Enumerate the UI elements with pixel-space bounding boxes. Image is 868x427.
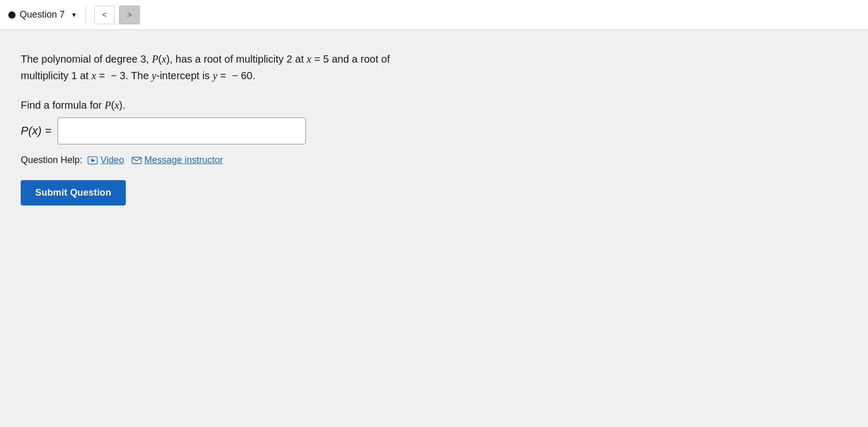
math-x: x [161,53,166,65]
help-row: Question Help: Video Message [21,155,440,166]
video-link[interactable]: Video [87,155,124,166]
video-icon [87,155,98,166]
question-label: Question 7 [20,9,65,20]
dropdown-arrow-icon: ▼ [71,11,77,19]
find-formula-text: Find a formula for P(x). [21,99,440,111]
top-bar: Question 7 ▼ < > [0,0,868,30]
question-text-line2: multiplicity 1 at x = − 3. The y-interce… [21,67,440,84]
nav-divider [85,6,86,24]
math-x2: x [307,53,312,65]
prev-question-button[interactable]: < [94,6,115,24]
message-instructor-link[interactable]: Message instructor [131,155,223,166]
math-y2: y [213,70,217,81]
question-selector[interactable]: Question 7 ▼ [8,9,77,20]
math-x3: x [92,70,96,81]
math-y: y [152,70,156,81]
answer-input[interactable] [57,117,306,144]
page-wrapper: Question 7 ▼ < > The polynomial of degre… [0,0,868,427]
px-equals-label: P(x) = [21,124,51,138]
message-instructor-label: Message instructor [144,155,223,166]
submit-question-button[interactable]: Submit Question [21,180,126,205]
main-content: The polynomial of degree 3, P(x), has a … [0,30,466,226]
question-dot [8,11,16,19]
question-text: The polynomial of degree 3, P(x), has a … [21,51,440,84]
svg-marker-1 [91,158,95,162]
next-question-button[interactable]: > [119,6,140,24]
math-px: P [152,53,158,65]
svg-rect-2 [132,157,141,163]
formula-section: Find a formula for P(x). P(x) = [21,99,440,144]
input-row: P(x) = [21,117,440,144]
math-px2: P [105,99,111,111]
mail-icon [131,155,142,166]
question-text-line1: The polynomial of degree 3, P(x), has a … [21,51,440,67]
video-label: Video [100,155,124,166]
math-x4: x [114,99,119,111]
help-label: Question Help: [21,155,82,166]
